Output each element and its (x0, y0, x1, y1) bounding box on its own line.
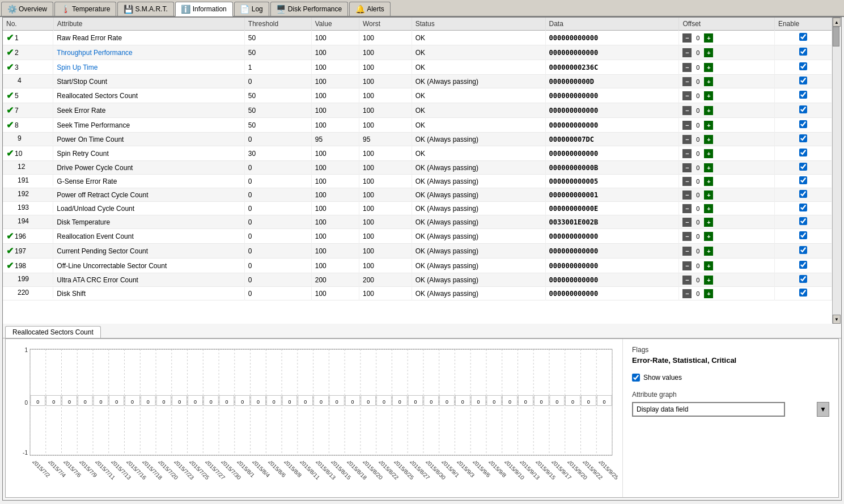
offset-minus-button[interactable]: − (682, 48, 692, 57)
enable-checkbox[interactable] (799, 217, 807, 225)
table-row[interactable]: 199Ultra ATA CRC Error Count0200200OK (A… (3, 273, 832, 287)
svg-text:0: 0 (540, 399, 543, 405)
offset-minus-button[interactable]: − (682, 77, 692, 86)
table-row[interactable]: 194Disk Temperature0100100OK (Always pas… (3, 215, 832, 229)
table-row[interactable]: ✔197Current Pending Sector Count0100100O… (3, 244, 832, 259)
attribute-link[interactable]: Throughput Performance (57, 49, 132, 57)
table-row[interactable]: 9Power On Time Count09595OK (Always pass… (3, 133, 832, 146)
tab-information[interactable]: ℹ️ Information (175, 2, 233, 16)
tab-overview[interactable]: ⚙️ Overview (1, 2, 53, 16)
offset-plus-button[interactable]: + (704, 33, 713, 43)
offset-minus-button[interactable]: − (682, 289, 692, 298)
enable-checkbox[interactable] (799, 33, 807, 41)
offset-plus-button[interactable]: + (704, 149, 713, 158)
cell-attribute: Power off Retract Cycle Count (53, 188, 244, 202)
enable-checkbox[interactable] (799, 190, 807, 198)
offset-minus-button[interactable]: − (682, 33, 692, 43)
enable-checkbox[interactable] (799, 204, 807, 211)
offset-plus-button[interactable]: + (704, 77, 713, 86)
offset-minus-button[interactable]: − (682, 276, 692, 285)
offset-minus-button[interactable]: − (682, 135, 692, 144)
offset-plus-button[interactable]: + (704, 261, 713, 270)
offset-plus-button[interactable]: + (704, 91, 713, 100)
enable-checkbox[interactable] (799, 62, 807, 70)
enable-checkbox[interactable] (799, 105, 807, 113)
table-row[interactable]: 4Start/Stop Count0100100OK (Always passi… (3, 75, 832, 88)
offset-plus-button[interactable]: + (704, 48, 713, 57)
offset-plus-button[interactable]: + (704, 289, 713, 298)
tab-temperature[interactable]: 🌡️ Temperature (54, 2, 116, 16)
scrollbar-down-arrow[interactable]: ▼ (833, 315, 841, 324)
offset-plus-button[interactable]: + (704, 106, 713, 115)
table-row[interactable]: 192Power off Retract Cycle Count0100100O… (3, 188, 832, 202)
offset-minus-button[interactable]: − (682, 261, 692, 270)
show-values-label[interactable]: Show values (643, 374, 682, 382)
attribute-graph-select[interactable]: Display data fieldDisplay value fieldDis… (632, 402, 785, 417)
offset-minus-button[interactable]: − (682, 177, 692, 186)
table-row[interactable]: 193Load/Unload Cycle Count0100100OK (Alw… (3, 202, 832, 215)
tab-smart[interactable]: 💾 S.M.A.R.T. (117, 2, 173, 16)
offset-minus-button[interactable]: − (682, 218, 692, 227)
table-row[interactable]: 191G-Sense Error Rate0100100OK (Always p… (3, 175, 832, 188)
enable-checkbox[interactable] (799, 48, 807, 56)
offset-plus-button[interactable]: + (704, 247, 713, 256)
offset-plus-button[interactable]: + (704, 121, 713, 130)
offset-minus-button[interactable]: − (682, 163, 692, 172)
table-row[interactable]: ✔3Spin Up Time1100100OK00000000236C−0+ (3, 60, 832, 75)
table-row[interactable]: ✔196Reallocation Event Count0100100OK (A… (3, 229, 832, 244)
offset-minus-button[interactable]: − (682, 106, 692, 115)
cell-offset: −0+ (679, 146, 774, 161)
offset-minus-button[interactable]: − (682, 232, 692, 241)
scrollbar[interactable]: ▲ ▼ (832, 18, 841, 324)
offset-plus-button[interactable]: + (704, 190, 713, 200)
cell-worst: 100 (359, 202, 412, 215)
offset-minus-button[interactable]: − (682, 91, 692, 100)
table-row[interactable]: ✔10Spin Retry Count30100100OK00000000000… (3, 146, 832, 161)
enable-checkbox[interactable] (799, 91, 807, 99)
offset-minus-button[interactable]: − (682, 121, 692, 130)
enable-checkbox[interactable] (799, 163, 807, 171)
enable-checkbox[interactable] (799, 231, 807, 239)
enable-checkbox[interactable] (799, 77, 807, 84)
enable-checkbox[interactable] (799, 176, 807, 184)
table-row[interactable]: 220Disk Shift0100100OK (Always passing)0… (3, 287, 832, 300)
table-row[interactable]: 12Drive Power Cycle Count0100100OK (Alwa… (3, 161, 832, 175)
enable-checkbox[interactable] (799, 289, 807, 297)
offset-plus-button[interactable]: + (704, 276, 713, 285)
offset-minus-button[interactable]: − (682, 204, 692, 213)
enable-checkbox[interactable] (799, 149, 807, 156)
smart-table-scroll[interactable]: No. Attribute Threshold Value Worst Stat… (3, 18, 832, 324)
offset-plus-button[interactable]: + (704, 63, 713, 72)
table-row[interactable]: ✔198Off-Line Uncorrectable Sector Count0… (3, 259, 832, 273)
offset-plus-button[interactable]: + (704, 204, 713, 213)
table-row[interactable]: ✔7Seek Error Rate50100100OK000000000000−… (3, 103, 832, 118)
offset-plus-button[interactable]: + (704, 177, 713, 186)
offset-minus-button[interactable]: − (682, 63, 692, 72)
table-row[interactable]: ✔2Throughput Performance50100100OK000000… (3, 45, 832, 60)
offset-control: −0+ (682, 204, 770, 213)
scrollbar-thumb[interactable] (833, 27, 839, 46)
enable-checkbox[interactable] (799, 246, 807, 254)
table-row[interactable]: ✔8Seek Time Performance50100100OK0000000… (3, 118, 832, 133)
table-row[interactable]: ✔5Reallocated Sectors Count50100100OK000… (3, 88, 832, 103)
table-row[interactable]: ✔1Raw Read Error Rate50100100OK000000000… (3, 31, 832, 45)
offset-minus-button[interactable]: − (682, 149, 692, 158)
enable-checkbox[interactable] (799, 275, 807, 283)
offset-plus-button[interactable]: + (704, 163, 713, 172)
scrollbar-up-arrow[interactable]: ▲ (833, 18, 841, 27)
offset-minus-button[interactable]: − (682, 190, 692, 200)
offset-minus-button[interactable]: − (682, 247, 692, 256)
offset-plus-button[interactable]: + (704, 218, 713, 227)
show-values-checkbox[interactable] (632, 374, 640, 382)
offset-plus-button[interactable]: + (704, 232, 713, 241)
bottom-tab-reallocated[interactable]: Reallocated Sectors Count (5, 326, 101, 338)
cell-threshold: 50 (244, 103, 311, 118)
tab-disk-performance[interactable]: 🖥️ Disk Performance (270, 2, 348, 16)
tab-alerts[interactable]: 🔔 Alerts (349, 2, 391, 16)
offset-plus-button[interactable]: + (704, 135, 713, 144)
enable-checkbox[interactable] (799, 120, 807, 128)
enable-checkbox[interactable] (799, 134, 807, 142)
enable-checkbox[interactable] (799, 261, 807, 269)
attribute-link[interactable]: Spin Up Time (57, 63, 97, 71)
tab-log[interactable]: 📄 Log (234, 2, 269, 16)
